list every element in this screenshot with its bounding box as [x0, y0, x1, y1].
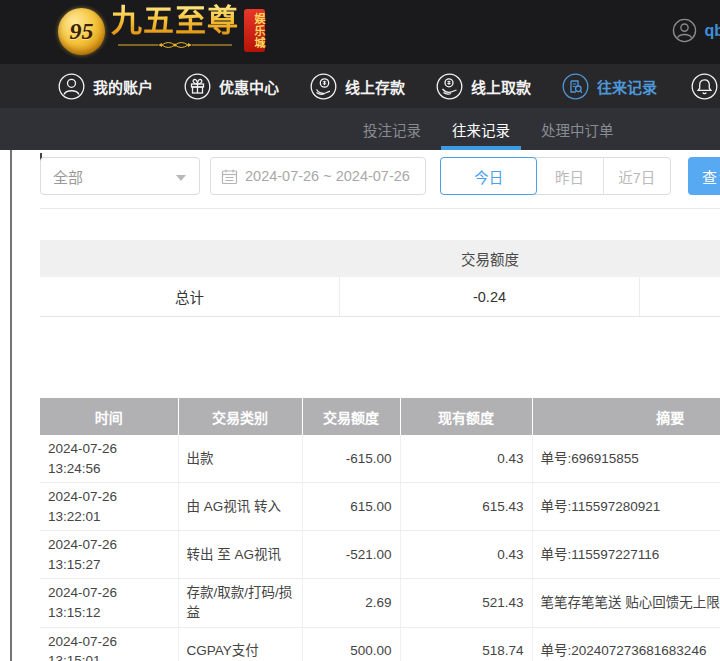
- col-header-time: 时间: [40, 398, 178, 435]
- tab-betting-records[interactable]: 投注记录: [363, 108, 421, 150]
- table-row: 2024-07-26 13:15:01 CGPAY支付 500.00 518.7…: [40, 627, 720, 661]
- table-row: 2024-07-26 13:24:56 出款 -615.00 0.43 单号:6…: [40, 435, 720, 483]
- logo-title: 九五至尊: [111, 4, 239, 38]
- summary-header-amount: 交易额度: [340, 240, 640, 277]
- type-select[interactable]: 全部: [40, 157, 200, 195]
- cell-type: 转出 至 AG视讯: [178, 531, 302, 579]
- quick-range-today[interactable]: 今日: [440, 157, 537, 195]
- col-header-note: 摘要: [532, 398, 720, 435]
- quick-range-yesterday[interactable]: 昨日: [536, 158, 603, 194]
- summary-header-empty2: [640, 240, 720, 277]
- table-header-row: 时间 交易类别 交易额度 现有额度 摘要: [40, 398, 720, 435]
- cell-amount: 2.69: [302, 579, 400, 627]
- cell-time: 2024-07-26 13:15:12: [40, 579, 178, 627]
- records-icon: [562, 73, 589, 100]
- cell-balance: 518.74: [400, 627, 532, 661]
- nav-item-online-deposit[interactable]: 线上存款: [310, 73, 405, 100]
- summary-table: 交易额度 总计 -0.24: [40, 240, 720, 317]
- cell-balance: 521.43: [400, 579, 532, 627]
- cell-time: 2024-07-26 13:15:01: [40, 627, 178, 661]
- nav-label: 线上取款: [471, 76, 531, 97]
- cell-note: 笔笔存笔笔送 贴心回馈无上限: [532, 579, 720, 627]
- cell-amount: 615.00: [302, 483, 400, 531]
- panel-left-border: [10, 150, 12, 661]
- tab-pending-orders[interactable]: 处理中订单: [541, 108, 614, 150]
- avatar-icon[interactable]: [672, 18, 697, 43]
- table-row: 2024-07-26 13:15:27 转出 至 AG视讯 -521.00 0.…: [40, 531, 720, 579]
- calendar-icon: [221, 168, 238, 185]
- col-header-amount: 交易额度: [302, 398, 400, 435]
- nav-item-online-withdraw[interactable]: 线上取款: [436, 73, 531, 100]
- cell-amount: -521.00: [302, 531, 400, 579]
- quick-range-label: 今日: [474, 166, 503, 187]
- transactions-table: 时间 交易类别 交易额度 现有额度 摘要 2024-07-26 13:24:56…: [40, 398, 720, 661]
- cell-type: 存款/取款/打码/损益: [178, 579, 302, 627]
- cell-amount: 500.00: [302, 627, 400, 661]
- cell-note: 单号:696915855: [532, 435, 720, 483]
- nav-item-my-account[interactable]: 我的账户: [58, 73, 153, 100]
- cell-balance: 0.43: [400, 531, 532, 579]
- gift-icon: [184, 73, 211, 100]
- tab-label: 投注记录: [363, 119, 421, 140]
- nav-item-transaction-records[interactable]: 往来记录: [562, 73, 657, 100]
- withdraw-icon: [436, 73, 463, 100]
- username[interactable]: qb: [704, 22, 720, 40]
- quick-range-label: 昨日: [555, 166, 584, 187]
- bell-icon: [691, 73, 718, 100]
- cell-type: CGPAY支付: [178, 627, 302, 661]
- tab-label: 处理中订单: [541, 119, 614, 140]
- summary-header-empty: [40, 240, 340, 277]
- cell-time: 2024-07-26 13:15:27: [40, 531, 178, 579]
- search-button[interactable]: 查询: [688, 157, 720, 195]
- logo-emblem-icon: 95: [58, 8, 105, 55]
- tab-label: 往来记录: [452, 119, 510, 140]
- summary-total-empty: [640, 277, 720, 316]
- col-header-type: 交易类别: [178, 398, 302, 435]
- deposit-icon: [310, 73, 337, 100]
- search-button-label: 查询: [702, 166, 720, 187]
- nav-label: 优惠中心: [219, 76, 279, 97]
- cell-type: 由 AG视讯 转入: [178, 483, 302, 531]
- col-header-balance: 现有额度: [400, 398, 532, 435]
- summary-total-row: 总计 -0.24: [40, 277, 720, 317]
- nav-label: 线上存款: [345, 76, 405, 97]
- cell-type: 出款: [178, 435, 302, 483]
- cell-note: 单号:202407273681683246: [532, 627, 720, 661]
- nav-label: 往来记录: [597, 76, 657, 97]
- summary-header-row: 交易额度: [40, 240, 720, 277]
- screen: 95 九五至尊 娱乐城: [0, 0, 720, 661]
- divider: [40, 208, 720, 209]
- nav-label: 我的账户: [93, 76, 153, 97]
- quick-range-last7days[interactable]: 近7日: [604, 158, 670, 194]
- nav-item-promotions[interactable]: 优惠中心: [184, 73, 279, 100]
- cell-time: 2024-07-26 13:22:01: [40, 483, 178, 531]
- nav-item-notifications[interactable]: [691, 73, 718, 100]
- content-panel: 全部 2024-07-26 ~ 2024-07-26 今日: [0, 150, 720, 661]
- summary-total-label: 总计: [40, 277, 340, 316]
- user-icon: [58, 73, 85, 100]
- cell-balance: 615.43: [400, 483, 532, 531]
- date-range-value: 2024-07-26 ~ 2024-07-26: [245, 168, 410, 184]
- type-select-value: 全部: [53, 166, 83, 187]
- quick-range-label: 近7日: [618, 166, 655, 187]
- cell-note: 单号:115597280921: [532, 483, 720, 531]
- top-header: 95 九五至尊 娱乐城: [0, 0, 720, 64]
- table-row: 2024-07-26 13:22:01 由 AG视讯 转入 615.00 615…: [40, 483, 720, 531]
- cell-note: 单号:115597227116: [532, 531, 720, 579]
- tab-transaction-records[interactable]: 往来记录: [452, 108, 510, 150]
- quick-range-group: 今日 昨日 近7日: [440, 157, 671, 195]
- logo-subtitle-badge: 娱乐城: [244, 9, 265, 52]
- logo-monogram: 95: [70, 18, 94, 45]
- chevron-down-icon: [176, 175, 186, 181]
- logo[interactable]: 95 九五至尊 娱乐城: [58, 4, 265, 60]
- cell-balance: 0.43: [400, 435, 532, 483]
- summary-total-value: -0.24: [340, 277, 640, 316]
- date-range-input[interactable]: 2024-07-26 ~ 2024-07-26: [210, 157, 426, 195]
- table-row: 2024-07-26 13:15:12 存款/取款/打码/损益 2.69 521…: [40, 579, 720, 627]
- main-nav: 我的账户 优惠中心: [0, 64, 720, 108]
- sub-nav: 投注记录 往来记录 处理中订单: [0, 108, 720, 150]
- logo-flourish-icon: [116, 39, 234, 51]
- cell-amount: -615.00: [302, 435, 400, 483]
- cell-time: 2024-07-26 13:24:56: [40, 435, 178, 483]
